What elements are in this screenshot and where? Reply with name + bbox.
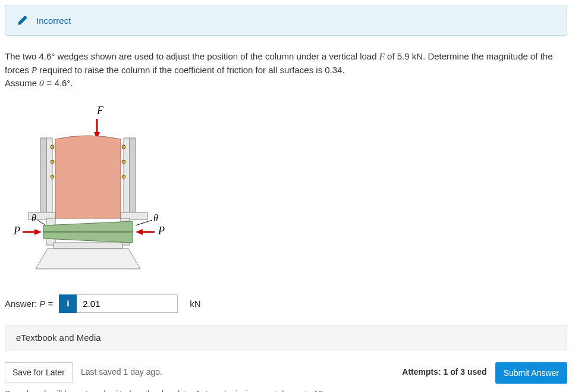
- pencil-icon: [17, 15, 28, 26]
- etextbook-link[interactable]: eTextbook and Media: [5, 325, 567, 350]
- svg-rect-8: [130, 138, 136, 215]
- numeric-input-group: i: [59, 294, 178, 313]
- submit-answer-button[interactable]: Submit Answer: [495, 362, 567, 384]
- svg-marker-26: [136, 229, 143, 235]
- svg-line-22: [136, 220, 152, 225]
- svg-point-10: [122, 160, 125, 164]
- attempts-text: Attempts: 1 of 3 used: [402, 362, 486, 377]
- var-F: F: [379, 52, 385, 61]
- svg-marker-24: [34, 229, 42, 235]
- save-for-later-button[interactable]: Save for Later: [5, 362, 73, 382]
- svg-point-9: [122, 145, 125, 149]
- var-P: P: [32, 65, 37, 75]
- svg-line-21: [37, 220, 45, 225]
- label-P-left: P: [13, 225, 20, 237]
- svg-point-11: [122, 175, 125, 178]
- svg-marker-20: [36, 249, 140, 269]
- svg-marker-17: [43, 232, 133, 243]
- answer-prefix: Answer: P =: [5, 299, 53, 309]
- last-saved-text: Last saved 1 day ago.: [81, 362, 162, 377]
- answer-unit: kN: [190, 299, 200, 309]
- svg-point-4: [51, 145, 54, 149]
- answer-input[interactable]: [77, 294, 178, 313]
- svg-rect-3: [40, 138, 46, 215]
- status-banner: Incorrect: [5, 5, 567, 36]
- problem-statement: The two 4.6° wedges shown are used to ad…: [5, 50, 567, 90]
- svg-marker-16: [43, 221, 133, 232]
- label-theta-right: θ: [153, 213, 158, 223]
- problem-figure: F θ θ P: [5, 102, 567, 277]
- problem-text-1: The two 4.6° wedges shown are used to ad…: [5, 51, 379, 61]
- auto-submit-note: Saved work will be auto-submitted on the…: [5, 388, 326, 393]
- svg-point-6: [51, 175, 54, 178]
- problem-text-3: required to raise the column if the coef…: [37, 65, 344, 75]
- wedge-diagram: F θ θ P: [5, 102, 171, 275]
- label-P-right: P: [158, 225, 165, 237]
- svg-point-5: [51, 160, 54, 164]
- answer-row: Answer: P = i kN: [5, 294, 567, 313]
- label-theta-left: θ: [32, 213, 36, 223]
- footer-row: Save for Later Last saved 1 day ago. Att…: [5, 362, 567, 384]
- info-icon[interactable]: i: [59, 294, 77, 313]
- status-label: Incorrect: [36, 15, 71, 26]
- label-F: F: [96, 105, 104, 117]
- assume-text: Assume 𝜃 = 4.6°.: [5, 78, 73, 88]
- svg-rect-19: [54, 243, 122, 249]
